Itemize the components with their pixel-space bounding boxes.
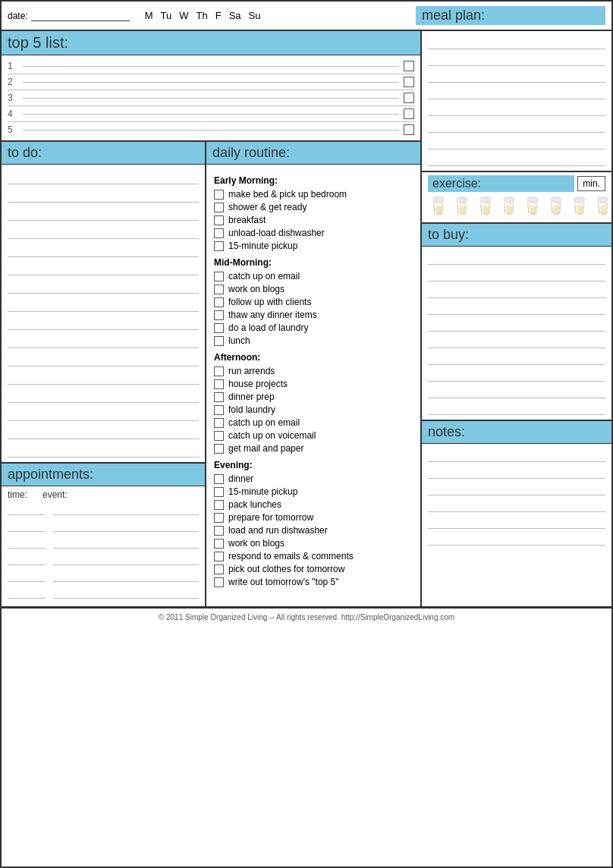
checkbox-shower[interactable] <box>214 203 224 212</box>
date-line[interactable] <box>31 10 130 21</box>
meal-line-6[interactable] <box>428 118 605 133</box>
todo-line-8[interactable] <box>8 295 199 312</box>
appt-time-6[interactable] <box>8 587 46 599</box>
meal-line-3[interactable] <box>428 68 605 83</box>
todo-line-16[interactable] <box>8 441 199 458</box>
tobuy-line-4[interactable] <box>428 300 605 315</box>
glass-8[interactable]: 🥛 <box>593 197 613 216</box>
checkbox-pack-lunches[interactable] <box>214 500 224 510</box>
meal-line-4[interactable] <box>428 84 605 99</box>
appt-event-3[interactable] <box>53 536 199 549</box>
checkbox-laundry[interactable] <box>214 323 224 333</box>
top5-checkbox-1[interactable] <box>404 61 414 71</box>
tobuy-line-10[interactable] <box>428 400 605 415</box>
todo-line-7[interactable] <box>8 277 199 294</box>
appt-event-2[interactable] <box>53 520 199 532</box>
todo-line-4[interactable] <box>8 222 199 239</box>
todo-line-3[interactable] <box>8 204 199 221</box>
top5-checkbox-3[interactable] <box>404 93 414 103</box>
appt-time-3[interactable] <box>8 536 46 549</box>
top5-checkbox-4[interactable] <box>404 108 414 119</box>
checkbox-prepare-tomorrow[interactable] <box>214 513 224 523</box>
glass-1[interactable]: 🥛 <box>428 197 448 216</box>
label-thaw-dinner: thaw any dinner items <box>228 310 317 320</box>
checkbox-15min-pickup-eve[interactable] <box>214 487 224 497</box>
notes-line-2[interactable] <box>428 464 605 479</box>
tobuy-line-5[interactable] <box>428 316 605 332</box>
checkbox-respond-emails[interactable] <box>214 552 224 561</box>
appt-event-1[interactable] <box>53 503 199 515</box>
tobuy-line-6[interactable] <box>428 333 605 348</box>
todo-line-13[interactable] <box>8 386 199 403</box>
appt-time-5[interactable] <box>8 570 46 582</box>
appt-time-2[interactable] <box>8 520 46 532</box>
todo-line-1[interactable] <box>8 168 199 184</box>
notes-line-1[interactable] <box>428 447 605 462</box>
appt-event-4[interactable] <box>53 553 199 565</box>
tobuy-line-9[interactable] <box>428 383 605 398</box>
glass-2[interactable]: 🥛 <box>451 197 472 216</box>
meal-line-1[interactable] <box>428 34 605 49</box>
notes-line-5[interactable] <box>428 514 605 529</box>
glass-6[interactable]: 🥛 <box>545 197 566 216</box>
todo-line-10[interactable] <box>8 332 199 348</box>
glass-7[interactable]: 🥛 <box>569 197 589 216</box>
checkbox-make-bed[interactable] <box>214 190 224 200</box>
glass-3[interactable]: 🥛 <box>475 197 495 216</box>
todo-line-2[interactable] <box>8 186 199 203</box>
tobuy-line-7[interactable] <box>428 350 605 365</box>
notes-line-4[interactable] <box>428 497 605 512</box>
appt-time-1[interactable] <box>8 503 46 515</box>
meal-line-2[interactable] <box>428 51 605 66</box>
checkbox-lunch[interactable] <box>214 336 224 346</box>
checkbox-get-mail[interactable] <box>214 444 224 454</box>
checkbox-house-projects[interactable] <box>214 379 224 389</box>
appt-labels: time: event: <box>8 489 199 500</box>
checkbox-unload-dishwasher[interactable] <box>214 228 224 238</box>
checkbox-dinner-prep[interactable] <box>214 392 224 402</box>
checkbox-write-top5[interactable] <box>214 577 224 587</box>
glass-5[interactable]: 🥛 <box>522 197 542 216</box>
checkbox-load-dishwasher-eve[interactable] <box>214 526 224 536</box>
label-breakfast: breakfast <box>228 215 266 225</box>
appt-event-5[interactable] <box>53 570 199 582</box>
checkbox-catch-up-email-mid[interactable] <box>214 272 224 281</box>
todo-line-9[interactable] <box>8 313 199 330</box>
routine-item-make-bed: make bed & pick up bedroom <box>214 189 413 200</box>
todo-line-14[interactable] <box>8 404 199 421</box>
meal-line-7[interactable] <box>428 134 605 149</box>
meal-line-5[interactable] <box>428 101 605 116</box>
todo-line-15[interactable] <box>8 423 199 439</box>
checkbox-work-blogs-eve[interactable] <box>214 539 224 549</box>
checkbox-fold-laundry[interactable] <box>214 405 224 415</box>
todo-line-5[interactable] <box>8 241 199 257</box>
checkbox-catch-up-voicemail[interactable] <box>214 431 224 441</box>
checkbox-dinner[interactable] <box>214 474 224 484</box>
notes-line-3[interactable] <box>428 480 605 495</box>
checkbox-pick-clothes[interactable] <box>214 565 224 574</box>
meal-line-8[interactable] <box>428 151 605 166</box>
label-shower: shower & get ready <box>228 202 306 212</box>
todo-line-12[interactable] <box>8 368 199 385</box>
appt-time-4[interactable] <box>8 553 46 565</box>
tobuy-line-1[interactable] <box>428 250 605 265</box>
tobuy-line-3[interactable] <box>428 283 605 298</box>
todo-line-6[interactable] <box>8 259 199 275</box>
appt-event-6[interactable] <box>53 587 199 599</box>
checkbox-catch-up-email-aft[interactable] <box>214 418 224 428</box>
exercise-min-box[interactable]: min. <box>577 176 605 191</box>
checkbox-15min-pickup-am[interactable] <box>214 241 224 251</box>
checkbox-breakfast[interactable] <box>214 215 224 225</box>
tobuy-line-8[interactable] <box>428 366 605 382</box>
todo-line-11[interactable] <box>8 350 199 366</box>
checkbox-work-blogs-mid[interactable] <box>214 285 224 294</box>
checkbox-follow-up-clients[interactable] <box>214 297 224 307</box>
top5-checkbox-2[interactable] <box>404 77 414 87</box>
top5-checkbox-5[interactable] <box>404 124 414 135</box>
notes-line-6[interactable] <box>428 530 605 546</box>
checkbox-thaw-dinner[interactable] <box>214 310 224 320</box>
checkbox-run-errands[interactable] <box>214 366 224 376</box>
tobuy-line-2[interactable] <box>428 266 605 281</box>
glass-4[interactable]: 🥛 <box>498 197 519 216</box>
todo-header: to do: <box>2 142 205 165</box>
